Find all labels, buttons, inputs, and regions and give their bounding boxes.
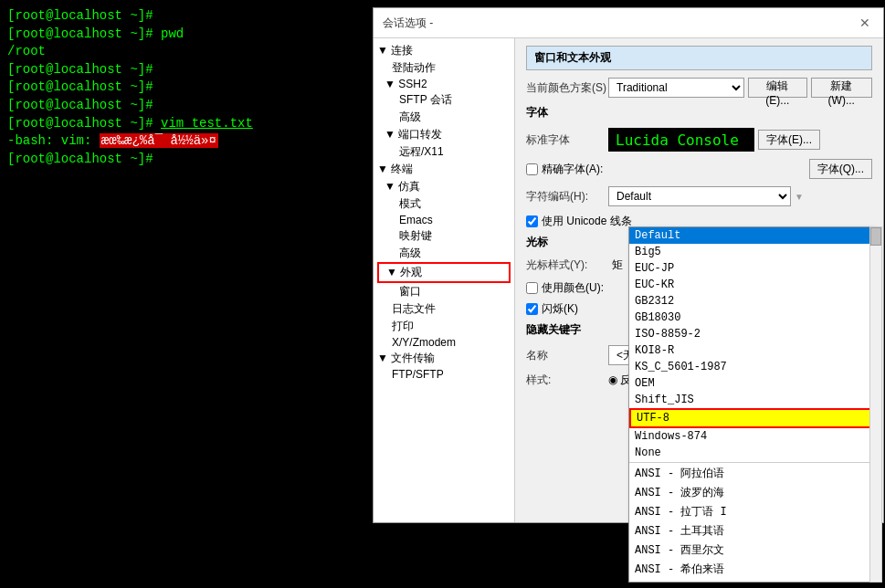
standard-font-label: 标准字体: [526, 132, 608, 148]
fine-font-label: 精确字体(A):: [542, 162, 603, 177]
font-q-button[interactable]: 字体(Q)...: [809, 159, 872, 179]
tree-item-appearance[interactable]: ▼ 外观: [377, 262, 511, 283]
dropdown-item-euckr[interactable]: EUC-KR: [629, 277, 872, 293]
font-display: Lucida Console: [608, 128, 754, 152]
dialog-title: 会话选项 -: [383, 16, 433, 31]
fine-font-row: 精确字体(A): 字体(Q)...: [526, 159, 872, 179]
dropdown-item-default[interactable]: Default: [629, 227, 872, 244]
charset-select[interactable]: Default: [608, 186, 791, 206]
dropdown-item-ks5601[interactable]: KS_C_5601-1987: [629, 359, 872, 375]
tree-item-advanced[interactable]: 高级: [377, 109, 511, 126]
tree-item-print[interactable]: 打印: [377, 318, 511, 335]
color-scheme-row: 当前颜色方案(S) Traditional 编辑(E)... 新建(W)...: [526, 78, 872, 98]
color-scheme-select[interactable]: Traditional: [608, 78, 744, 98]
dropdown-item-eucjp[interactable]: EUC-JP: [629, 260, 872, 277]
use-unicode-label: 使用 Unicode 线条: [542, 214, 632, 229]
fine-font-checkbox-row: 精确字体(A):: [526, 162, 603, 177]
cursor-style-value: 矩: [612, 257, 623, 273]
dropdown-item-windows874[interactable]: Windows-874: [629, 428, 872, 445]
tree-item-connect[interactable]: ▼ 连接: [377, 42, 511, 59]
charset-dropdown-list: Default Big5 EUC-JP EUC-KR GB2312 GB1803…: [628, 226, 873, 583]
scrollbar-thumb[interactable]: [870, 227, 881, 246]
font-label: 字体: [526, 105, 548, 121]
tree-item-keymap[interactable]: 映射键: [377, 227, 511, 245]
tree-item-mode[interactable]: 模式: [377, 195, 511, 213]
tree-item-emacs[interactable]: Emacs: [377, 213, 511, 227]
font-e-button[interactable]: 字体(E)...: [758, 130, 820, 150]
dropdown-scrollbar[interactable]: [869, 226, 882, 583]
edit-button[interactable]: 编辑(E)...: [748, 78, 806, 98]
style-label: 样式:: [526, 373, 608, 388]
tree-item-terminal[interactable]: ▼ 终端: [377, 161, 511, 178]
use-color-checkbox[interactable]: [526, 282, 538, 294]
charset-row: 字符编码(H): Default ▼: [526, 186, 872, 206]
tree-panel: ▼ 连接 登陆动作 ▼ SSH2 SFTP 会话 高级 ▼ 端口转发 远程/X1…: [374, 38, 515, 522]
section-title: 窗口和文本外观: [526, 46, 872, 70]
tree-item-emulation[interactable]: ▼ 仿真: [377, 178, 511, 195]
tree-item-port-forward[interactable]: ▼ 端口转发: [377, 126, 511, 143]
tree-item-xyz[interactable]: X/Y/Zmodem: [377, 335, 511, 350]
blink-checkbox[interactable]: [526, 303, 538, 315]
separator: [629, 462, 872, 463]
tree-item-window[interactable]: 窗口: [377, 283, 511, 300]
use-color-label: 使用颜色(U):: [542, 280, 604, 296]
charset-label: 字符编码(H):: [526, 189, 608, 205]
tree-item-logfile[interactable]: 日志文件: [377, 300, 511, 318]
tree-item-sftp[interactable]: SFTP 会话: [377, 91, 511, 109]
dropdown-arrow-icon: ▼: [795, 192, 804, 202]
name-label: 名称: [526, 348, 608, 363]
dialog-titlebar: 会话选项 - ✕: [374, 8, 883, 38]
dropdown-item-ansi-turkish[interactable]: ANSI - 土耳其语: [629, 521, 872, 541]
tree-item-login[interactable]: 登陆动作: [377, 59, 511, 77]
dropdown-item-iso88592[interactable]: ISO-8859-2: [629, 326, 872, 342]
dropdown-item-gb2312[interactable]: GB2312: [629, 293, 872, 310]
dropdown-item-gb18030[interactable]: GB18030: [629, 310, 872, 326]
dropdown-item-ansi-arabic[interactable]: ANSI - 阿拉伯语: [629, 464, 872, 483]
tree-item-remote-x11[interactable]: 远程/X11: [377, 143, 511, 161]
dropdown-item-ansi-greek[interactable]: ANSI - 希腊语: [629, 579, 872, 583]
dropdown-item-shiftjis[interactable]: Shift_JIS: [629, 392, 872, 408]
dropdown-item-ansi-hebrew[interactable]: ANSI - 希伯来语: [629, 560, 872, 579]
dropdown-item-none[interactable]: None: [629, 445, 872, 461]
new-button[interactable]: 新建(W)...: [811, 78, 872, 98]
cursor-style-label: 光标样式(Y):: [526, 257, 608, 273]
dropdown-item-big5[interactable]: Big5: [629, 244, 872, 260]
standard-font-row: 标准字体 Lucida Console 字体(E)...: [526, 128, 872, 152]
dropdown-item-ansi-persian[interactable]: ANSI - 波罗的海: [629, 483, 872, 502]
close-button[interactable]: ✕: [856, 14, 874, 32]
tree-item-ssh2[interactable]: ▼ SSH2: [377, 77, 511, 91]
color-scheme-label: 当前颜色方案(S): [526, 80, 608, 96]
cursor-label: 光标: [526, 235, 548, 250]
tree-item-filetransfer[interactable]: ▼ 文件传输: [377, 350, 511, 367]
fine-font-checkbox[interactable]: [526, 163, 538, 175]
font-section-label: 字体: [526, 105, 872, 121]
hidden-label: 隐藏关键字: [526, 322, 581, 338]
tree-item-ftpsftp[interactable]: FTP/SFTP: [377, 367, 511, 382]
dropdown-item-oem[interactable]: OEM: [629, 375, 872, 392]
unicode-checkbox[interactable]: [526, 215, 538, 227]
dropdown-item-ansi-latin1[interactable]: ANSI - 拉丁语 I: [629, 502, 872, 521]
dropdown-item-ansi-westeur[interactable]: ANSI - 西里尔文: [629, 541, 872, 560]
blink-label: 闪烁(K): [542, 301, 578, 317]
dropdown-item-utf8[interactable]: UTF-8: [629, 408, 872, 428]
dropdown-item-koi8r[interactable]: KOI8-R: [629, 342, 872, 359]
tree-item-advanced2[interactable]: 高级: [377, 245, 511, 262]
